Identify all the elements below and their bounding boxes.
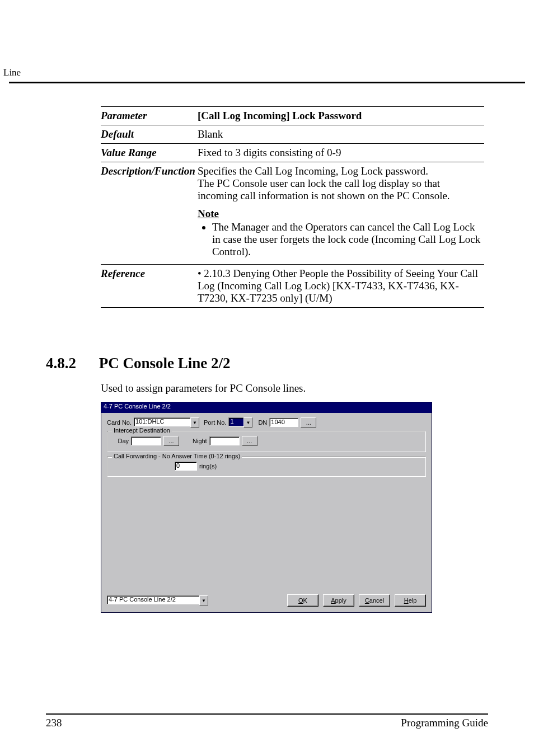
portno-label: Port No. (204, 419, 226, 426)
default-value: Blank (198, 125, 484, 144)
section-title: PC Console Line 2/2 (99, 355, 231, 372)
cardno-value[interactable]: 101:DHLC (134, 417, 190, 426)
portno-dropdown[interactable]: 1 ▼ (228, 417, 252, 428)
parameter-label: Parameter (101, 107, 198, 125)
section-heading-block: 4.8.2 PC Console Line 2/2 Used to assign… (46, 355, 489, 399)
dropdown-arrow-icon[interactable]: ▼ (243, 417, 252, 428)
range-value: Fixed to 3 digits consisting of 0-9 (198, 144, 484, 162)
header-section: Line (3, 67, 21, 78)
callfwd-group: Call Forwarding - No Answer Time (0-12 r… (107, 457, 426, 477)
night-label: Night (193, 438, 207, 444)
callfwd-unit-label: ring(s) (199, 463, 217, 469)
reference-value: • 2.10.3 Denying Other People the Possib… (198, 265, 484, 308)
note-block: Note The Manager and the Operators can c… (198, 205, 484, 265)
page-footer: 238 Programming Guide (46, 713, 488, 729)
book-title: Programming Guide (401, 717, 488, 729)
description-label: Description/Function (101, 162, 198, 205)
footer-rule (46, 713, 488, 715)
header-rule (9, 82, 525, 83)
dn-label: DN (258, 419, 267, 426)
dn-browse-button[interactable]: ... (301, 417, 316, 428)
note-heading: Note (198, 208, 482, 220)
range-label: Value Range (101, 144, 198, 162)
parameter-value: [Call Log Incoming] Lock Password (198, 107, 484, 125)
screen-nav-value[interactable]: 4-7 PC Console Line 2/2 (107, 595, 199, 604)
day-label: Day (113, 438, 129, 444)
cardno-dropdown[interactable]: 101:DHLC ▼ (134, 417, 199, 428)
callfwd-rings-field[interactable]: 0 (175, 462, 197, 471)
day-field[interactable] (131, 436, 161, 445)
cancel-button[interactable]: Cancel (359, 594, 390, 607)
portno-value[interactable]: 1 (228, 417, 243, 426)
cardno-label: Card No. (107, 419, 132, 426)
note-item: The Manager and the Operators can cancel… (212, 221, 482, 258)
night-field[interactable] (209, 436, 240, 445)
dialog-window: 4-7 PC Console Line 2/2 Card No. 101:DHL… (101, 402, 432, 613)
section-number: 4.8.2 (46, 355, 96, 372)
default-label: Default (101, 125, 198, 144)
dropdown-arrow-icon[interactable]: ▼ (190, 417, 199, 428)
description-value: Specifies the Call Log Incoming, Log Loc… (198, 162, 484, 205)
parameter-table-block: Parameter [Call Log Incoming] Lock Passw… (101, 106, 484, 308)
apply-button[interactable]: Apply (323, 594, 354, 607)
reference-label: Reference (101, 265, 198, 308)
day-browse-button[interactable]: ... (163, 436, 179, 446)
section-intro: Used to assign parameters for PC Console… (101, 382, 489, 395)
parameter-table: Parameter [Call Log Incoming] Lock Passw… (101, 106, 484, 308)
screen-nav-dropdown[interactable]: 4-7 PC Console Line 2/2 ▼ (107, 595, 208, 605)
page-number: 238 (46, 717, 62, 729)
dn-field[interactable]: 1040 (269, 418, 298, 427)
dropdown-arrow-icon[interactable]: ▼ (199, 595, 208, 605)
callfwd-legend: Call Forwarding - No Answer Time (0-12 r… (112, 453, 242, 459)
intercept-group: Intercept Destination Day ... Night ... (107, 431, 426, 452)
help-button[interactable]: Help (395, 594, 426, 607)
night-browse-button[interactable]: ... (242, 436, 257, 446)
dialog-titlebar: 4-7 PC Console Line 2/2 (101, 402, 432, 413)
intercept-legend: Intercept Destination (112, 427, 172, 434)
ok-button[interactable]: OK (287, 594, 318, 607)
